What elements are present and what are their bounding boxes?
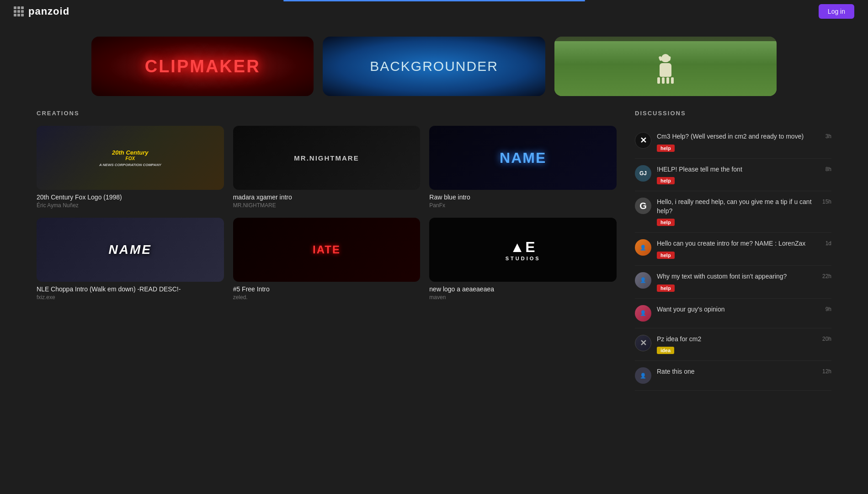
header-left: panzoid — [14, 5, 69, 17]
creation-card-3[interactable]: NAME NLE Choppa Intro (Walk em down) -RE… — [37, 218, 224, 301]
discussions-section: DISCUSSIONS ✕ Cm3 Help? (Well versed in … — [635, 110, 831, 391]
creation-thumb-text-1: MR.NIGHTMARE — [294, 154, 359, 162]
dog-scene — [554, 37, 777, 96]
hero-card-clipmaker[interactable]: CLIPMAKER — [91, 37, 314, 96]
discussion-title-5: Want your guy's opinion — [657, 305, 816, 314]
discussion-title-2: Hello, i really need help, can you give … — [657, 198, 813, 215]
creation-author-5: maven — [429, 294, 617, 301]
discussion-item-3[interactable]: 👤 Hello can you create intro for me? NAM… — [635, 233, 831, 266]
creations-title: CREATIONS — [37, 110, 617, 117]
creation-title-0: 20th Century Fox Logo (1998) — [37, 193, 224, 201]
creation-card-4[interactable]: IATE #5 Free Intro zeled. — [233, 218, 421, 301]
discussion-title-1: !HELP! Please tell me the font — [657, 165, 816, 174]
discussion-item-6[interactable]: ✕ Pz idea for cm2 idea 20h — [635, 328, 831, 361]
discussion-content-2: Hello, i really need help, can you give … — [657, 198, 813, 226]
discussion-avatar-4: 👤 — [635, 272, 651, 289]
discussion-item-5[interactable]: 👤 Want your guy's opinion 9h — [635, 299, 831, 328]
discussion-content-7: Rate this one — [657, 367, 813, 379]
discussion-avatar-1: GJ — [635, 165, 651, 182]
hero-section: CLIPMAKER BACKGROUNDER — [0, 23, 868, 110]
creations-section: CREATIONS 20th Century FOX A NEWS CORPOR… — [37, 110, 617, 391]
discussion-list: ✕ Cm3 Help? (Well versed in cm2 and read… — [635, 126, 831, 391]
creation-author-0: Éric Ayma Nuñez — [37, 202, 224, 209]
creation-card-0[interactable]: 20th Century FOX A NEWS CORPORATION COMP… — [37, 126, 224, 209]
discussion-content-0: Cm3 Help? (Well versed in cm2 and ready … — [657, 132, 816, 152]
discussion-tag-4: help — [657, 285, 675, 292]
discussion-item-7[interactable]: 👤 Rate this one 12h — [635, 361, 831, 391]
creation-thumb-3: NAME — [37, 218, 224, 282]
backgrounder-label: BACKGROUNDER — [370, 59, 498, 74]
studios-text: STUDIOS — [506, 256, 541, 261]
login-button[interactable]: Log in — [819, 4, 854, 19]
discussion-tag-6: idea — [657, 347, 674, 354]
ae-big-text: ▲E — [506, 239, 541, 256]
creation-thumb-text-2: NAME — [500, 150, 546, 166]
creation-thumb-0: 20th Century FOX A NEWS CORPORATION COMP… — [37, 126, 224, 190]
discussion-avatar-7: 👤 — [635, 367, 651, 384]
discussion-avatar-2: G — [635, 198, 651, 214]
creation-title-4: #5 Free Intro — [233, 285, 421, 293]
discussion-time-6: 20h — [822, 335, 831, 342]
discussion-time-7: 12h — [822, 367, 831, 375]
discussion-content-3: Hello can you create intro for me? NAME … — [657, 239, 816, 259]
creation-thumb-2: NAME — [429, 126, 617, 190]
discussion-time-5: 9h — [825, 305, 831, 312]
discussion-avatar-6: ✕ — [635, 335, 651, 351]
creation-thumb-4: IATE — [233, 218, 421, 282]
discussion-item-0[interactable]: ✕ Cm3 Help? (Well versed in cm2 and read… — [635, 126, 831, 159]
discussions-title: DISCUSSIONS — [635, 110, 831, 117]
discussion-tag-0: help — [657, 145, 675, 152]
discussion-title-3: Hello can you create intro for me? NAME … — [657, 239, 816, 248]
discussion-title-4: Why my text with custom font isn't appea… — [657, 272, 813, 281]
creation-title-2: Raw blue intro — [429, 193, 617, 201]
ae-logo: ▲E STUDIOS — [506, 239, 541, 261]
discussion-avatar-5: 👤 — [635, 305, 651, 322]
creation-thumb-text-3: NAME — [109, 242, 152, 257]
header: panzoid Log in — [0, 0, 868, 23]
hero-card-backgrounder[interactable]: BACKGROUNDER — [323, 37, 545, 96]
discussion-tag-2: help — [657, 219, 675, 226]
creation-thumb-text-4: IATE — [313, 243, 341, 256]
creation-author-4: zeled. — [233, 294, 421, 301]
creation-author-1: MR.NIGHTMARE — [233, 202, 421, 209]
discussion-avatar-3: 👤 — [635, 239, 651, 256]
discussion-item-1[interactable]: GJ !HELP! Please tell me the font help 8… — [635, 159, 831, 192]
discussion-time-1: 8h — [825, 165, 831, 172]
discussion-content-6: Pz idea for cm2 idea — [657, 335, 813, 354]
creations-grid: 20th Century FOX A NEWS CORPORATION COMP… — [37, 126, 617, 301]
discussion-item-2[interactable]: G Hello, i really need help, can you giv… — [635, 191, 831, 233]
creation-title-3: NLE Choppa Intro (Walk em down) -READ DE… — [37, 285, 224, 293]
discussion-time-3: 1d — [825, 239, 831, 247]
progress-area — [0, 0, 868, 1]
creation-thumb-5: ▲E STUDIOS — [429, 218, 617, 282]
discussion-title-6: Pz idea for cm2 — [657, 335, 813, 344]
discussion-title-7: Rate this one — [657, 367, 813, 376]
discussion-time-0: 3h — [825, 132, 831, 140]
discussion-time-4: 22h — [822, 272, 831, 279]
creation-title-1: madara xgamer intro — [233, 193, 421, 201]
discussion-time-2: 15h — [822, 198, 831, 205]
creation-card-1[interactable]: MR.NIGHTMARE madara xgamer intro MR.NIGH… — [233, 126, 421, 209]
creation-author-3: fxiz.exe — [37, 294, 224, 301]
logo[interactable]: panzoid — [28, 5, 69, 17]
discussion-content-1: !HELP! Please tell me the font help — [657, 165, 816, 185]
discussion-avatar-0: ✕ — [635, 132, 651, 149]
creation-author-2: PanFx — [429, 202, 617, 209]
main-content: CREATIONS 20th Century FOX A NEWS CORPOR… — [0, 110, 868, 391]
hero-card-photo[interactable] — [554, 37, 777, 96]
discussion-item-4[interactable]: 👤 Why my text with custom font isn't app… — [635, 266, 831, 299]
creation-card-5[interactable]: ▲E STUDIOS new logo a aeaeaeaea maven — [429, 218, 617, 301]
creation-thumb-1: MR.NIGHTMARE — [233, 126, 421, 190]
discussion-tag-3: help — [657, 252, 675, 259]
clipmaker-label: CLIPMAKER — [145, 57, 261, 76]
creation-title-5: new logo a aeaeaeaea — [429, 285, 617, 293]
discussion-content-5: Want your guy's opinion — [657, 305, 816, 317]
creation-card-2[interactable]: NAME Raw blue intro PanFx — [429, 126, 617, 209]
discussion-content-4: Why my text with custom font isn't appea… — [657, 272, 813, 292]
grid-icon[interactable] — [14, 6, 24, 16]
discussion-title-0: Cm3 Help? (Well versed in cm2 and ready … — [657, 132, 816, 141]
discussion-tag-1: help — [657, 177, 675, 184]
